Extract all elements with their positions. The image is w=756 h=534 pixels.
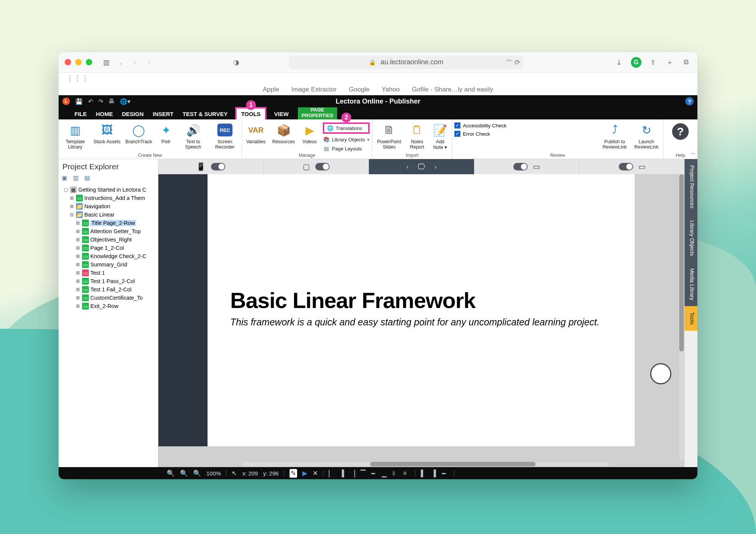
shield-icon[interactable]: ◑ — [231, 57, 241, 67]
align-middle-icon[interactable]: ━ — [371, 470, 378, 477]
tree-node[interactable]: ⊞▭Knowledge Check_2-C — [59, 252, 158, 260]
accessibility-check-toggle[interactable]: ✓ Accessibility Check — [454, 122, 519, 128]
page-layouts-button[interactable]: ▤ Page Layouts — [323, 145, 370, 152]
publish-reviewlink-button[interactable]: ⤴ Publish to ReviewLink — [600, 121, 629, 150]
align-icon[interactable]: ━ — [442, 470, 449, 477]
app-logo-icon[interactable]: L — [62, 98, 70, 105]
undo-icon[interactable]: ↶ — [88, 98, 93, 105]
help-icon[interactable]: ? — [685, 97, 694, 105]
tree-node[interactable]: ⊞📁Navigation — [59, 202, 158, 211]
floating-help-button[interactable] — [650, 363, 671, 384]
toggle-switch[interactable] — [619, 163, 633, 170]
toggle-switch[interactable] — [513, 163, 528, 170]
distribute-v-icon[interactable]: ≡ — [403, 470, 410, 477]
tab-view[interactable]: VIEW — [273, 108, 290, 119]
distribute-h-icon[interactable]: ⫴ — [392, 470, 399, 477]
new-tab-button[interactable]: ＋ — [665, 57, 675, 67]
tree-node[interactable]: ⊞▭Attention Getter_Top — [59, 227, 158, 235]
app-grid-icon[interactable]: ⋮⋮⋮ — [59, 73, 697, 84]
error-check-toggle[interactable]: ✓ Error Check — [454, 131, 519, 137]
tree-node[interactable]: ⊟📁Basic Linear — [59, 211, 158, 219]
back-button[interactable]: ‹ — [130, 57, 140, 67]
downloads-icon[interactable]: ⤓ — [614, 57, 624, 67]
stock-assets-button[interactable]: 🖼 Stock Assets — [93, 121, 121, 144]
resources-button[interactable]: 📦 Resources — [271, 121, 296, 144]
explorer-tool-icon[interactable]: ▤ — [84, 174, 92, 182]
collapse-ribbon-icon[interactable]: ︿ — [691, 150, 696, 156]
toggle-switch[interactable] — [315, 163, 330, 170]
share-icon[interactable]: ⇪ — [648, 57, 658, 67]
print-icon[interactable]: 🖶 — [108, 98, 115, 105]
tab-design[interactable]: DESIGN — [121, 108, 146, 119]
videos-button[interactable]: ▶ Videos — [299, 121, 320, 144]
vertical-scrollbar[interactable] — [679, 174, 684, 460]
notes-report-button[interactable]: 🗒 Notes Report — [406, 121, 428, 150]
tree-node[interactable]: ⊞▭Exit_2-Row — [59, 302, 158, 310]
tab-insert[interactable]: INSERT — [151, 108, 175, 119]
tree-node[interactable]: ⊞▭CustomCertificate_To — [59, 294, 158, 302]
align-icon[interactable]: ▐ — [431, 470, 438, 477]
tab-home[interactable]: HOME — [94, 108, 115, 119]
address-bar[interactable]: 🔒 au.lectoraonline.com ᴳᴬ ⟳ — [289, 56, 523, 69]
add-note-button[interactable]: 📝 Add Note ▾ — [431, 121, 449, 150]
bookmark-link[interactable]: Image Extractor — [291, 86, 337, 93]
tree-node[interactable]: ⊞▭Instructions_Add a Them — [59, 194, 158, 202]
device-tablet-landscape[interactable]: ▭ — [474, 159, 580, 174]
zoom-in-button[interactable]: 🔍 — [180, 469, 188, 477]
device-phone-portrait[interactable]: 📱 — [158, 159, 264, 174]
maximize-window-button[interactable] — [86, 59, 92, 65]
zoom-out-button[interactable]: 🔍 — [167, 469, 175, 477]
bookmark-link[interactable]: Gofile - Share…ly and easily — [412, 86, 493, 93]
toggle-switch[interactable] — [211, 163, 225, 170]
tab-page-properties[interactable]: PAGE PROPERTIES — [298, 107, 337, 119]
pixlr-button[interactable]: ✦ Pixlr — [156, 121, 176, 144]
side-tab-tools[interactable]: Tools — [685, 306, 697, 331]
template-library-button[interactable]: ▥ Template Library — [61, 121, 90, 150]
align-center-h-icon[interactable]: ▐ — [339, 470, 346, 477]
translate-page-icon[interactable]: ᴳᴬ — [507, 58, 511, 67]
align-right-icon[interactable]: ▕ — [350, 470, 357, 477]
align-top-icon[interactable]: ▔ — [361, 470, 367, 477]
tree-node[interactable]: ⊞▭Test 1 Pass_2-Col — [59, 277, 158, 285]
variables-button[interactable]: VAR Variables — [244, 121, 268, 144]
device-tablet-portrait[interactable]: ▢ — [264, 159, 369, 174]
side-tab-library-objects[interactable]: Library Objects — [685, 214, 697, 262]
close-window-button[interactable] — [65, 59, 71, 65]
tree-node[interactable]: ⊞▭Summary_Grid — [59, 260, 158, 269]
bookmark-link[interactable]: Yahoo — [381, 86, 400, 93]
play-icon[interactable]: ▶ — [302, 469, 307, 477]
edit-mode-icon[interactable]: ✎ — [290, 469, 297, 478]
bookmark-link[interactable]: Google — [349, 86, 370, 93]
text-to-speech-button[interactable]: 🔊 Text to Speech — [179, 121, 208, 150]
tab-file[interactable]: FILE — [73, 108, 88, 119]
forward-button[interactable]: › — [144, 57, 154, 67]
tabs-overview-icon[interactable]: ⧉ — [682, 57, 691, 67]
tree-node-selected[interactable]: ⊞▭Title Page_2-Row — [59, 219, 158, 227]
tree-node[interactable]: ⊞▭Test 1 — [59, 269, 158, 277]
translations-button[interactable]: 2 🌐 Translations — [323, 122, 370, 134]
minimize-window-button[interactable] — [75, 59, 82, 65]
horizontal-scrollbar[interactable] — [242, 462, 609, 466]
tree-node[interactable]: ⊞▭Test 1 Fail_2-Col — [59, 285, 158, 294]
side-tab-project-resources[interactable]: Project Resources — [685, 159, 697, 214]
device-desktop[interactable]: ‹ 🖵 › — [369, 159, 474, 174]
chevron-down-icon[interactable]: ⌄ — [116, 57, 125, 67]
bookmark-link[interactable]: Apple — [263, 86, 279, 93]
side-tab-media-library[interactable]: Media Library — [685, 262, 697, 306]
device-phone-landscape[interactable]: ▭ — [579, 159, 685, 174]
screen-recorder-button[interactable]: REC Screen Recorder — [211, 121, 239, 150]
redo-icon[interactable]: ↷ — [98, 98, 103, 105]
library-objects-button[interactable]: 📚 Library Objects ▾ — [323, 136, 370, 143]
tools-icon[interactable]: ✕ — [313, 469, 318, 477]
launch-reviewlink-button[interactable]: ↻ Launch ReviewLink — [632, 121, 661, 150]
collapse-icon[interactable]: ▢ — [63, 187, 68, 192]
branchtrack-button[interactable]: ◯ BranchTrack — [124, 121, 153, 144]
explorer-tool-icon[interactable]: ▥ — [73, 174, 81, 182]
design-stage[interactable]: ation, ation the nd and visit oddev Basi… — [158, 174, 685, 467]
tab-test-survey[interactable]: TEST & SURVEY — [181, 108, 229, 119]
globe-icon[interactable]: 🌐▾ — [120, 98, 130, 105]
powerpoint-slides-button[interactable]: 🗎 PowerPoint Slides — [375, 121, 403, 150]
sidebar-toggle-icon[interactable]: ▥ — [101, 57, 111, 67]
help-button[interactable]: ? — [672, 121, 689, 140]
tree-root[interactable]: ▢ ▦ Getting Started in Lectora C — [59, 186, 158, 194]
